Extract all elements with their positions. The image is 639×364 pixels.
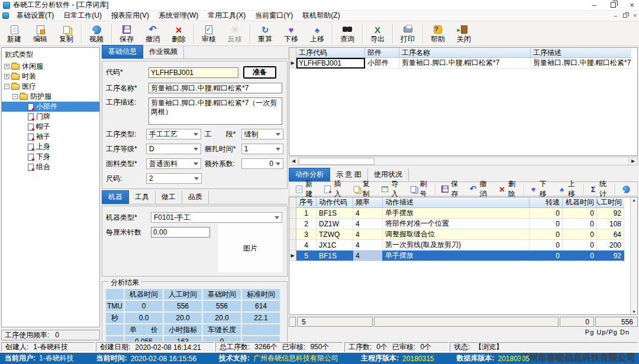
menu-item-system[interactable]: 系统管理(W) xyxy=(154,11,203,21)
labor-time-header[interactable]: 人工时间 xyxy=(597,197,624,208)
action-row-selected[interactable]: ▶ 5 BF1S 4 单手摆放 0 0 92 xyxy=(289,251,637,261)
cell-part[interactable]: 小部件 xyxy=(365,58,399,69)
action-copy-button[interactable]: 复制 xyxy=(348,183,377,196)
action-row[interactable]: 4 JX1C 4 第一次剪线(取及放剪刀) 0 0 200 xyxy=(289,240,637,251)
process-desc-textarea[interactable]: 剪量袖口.脚口.中腰.帽口松紧*7（一次剪两根） xyxy=(149,98,282,125)
scrollbar-thumb[interactable] xyxy=(299,158,375,165)
action-code-header[interactable]: 动作代码 xyxy=(317,197,353,208)
scroll-up-icon[interactable]: ▲ xyxy=(632,198,636,202)
action-row[interactable]: 3 TZWQ 4 调整握取缝合位 0 0 64 xyxy=(289,229,637,240)
close-window-button[interactable]: 关闭 xyxy=(451,22,477,46)
seq-header[interactable]: 序号 xyxy=(296,197,317,208)
close-button[interactable]: × xyxy=(628,1,636,9)
action-undo-button[interactable]: ↶撤消 xyxy=(465,183,493,196)
scroll-down-icon[interactable]: ▼ xyxy=(632,310,636,314)
machine-time-header[interactable]: 机器时间 xyxy=(563,197,597,208)
tree-item-combination[interactable]: 组合 xyxy=(2,162,99,172)
cell-process-code[interactable]: YLFHFBJ001 xyxy=(296,58,365,69)
action-renumber-button[interactable]: 刷号 xyxy=(405,183,434,196)
tree-item-hat[interactable]: 帽子 xyxy=(2,122,99,132)
scroll-right-icon[interactable]: ▶ xyxy=(628,157,637,165)
undo-button[interactable]: ↶撤消 xyxy=(140,22,166,46)
speed-header[interactable]: 转速 xyxy=(530,197,563,208)
print-button[interactable]: 打印 xyxy=(395,22,421,46)
cell-process-name[interactable]: 剪量袖口.脚口.中腰.帽口松紧*7 xyxy=(399,58,531,69)
action-new-button[interactable]: 新建 xyxy=(291,183,320,196)
frequency-header[interactable]: 频率 xyxy=(353,197,383,208)
tree-item-sleeve[interactable]: 袖子 xyxy=(2,132,99,142)
action-move-down-button[interactable]: ♥下移 xyxy=(525,183,554,196)
size-select[interactable]: 2 xyxy=(146,173,202,184)
help-button[interactable]: ?帮助 xyxy=(425,22,451,46)
tab-quality[interactable]: 品质 xyxy=(182,191,209,204)
menu-item-reports[interactable]: 报表应用(V) xyxy=(106,11,154,21)
action-delete-button[interactable]: ×删除 xyxy=(494,183,522,196)
vertical-scrollbar[interactable]: ▲▼ xyxy=(630,197,637,314)
tree-item-upper-body[interactable]: 上身 xyxy=(2,142,99,152)
process-name-header[interactable]: 工序名称 xyxy=(399,48,531,58)
stage-select[interactable]: 缝制 xyxy=(241,129,283,139)
part-header[interactable]: 部件 xyxy=(365,48,399,58)
export-button[interactable]: X导出 xyxy=(364,22,390,46)
action-desc-header[interactable]: 动作描述 xyxy=(383,197,530,208)
scroll-left-icon[interactable]: ◀ xyxy=(289,157,298,165)
move-up-button[interactable]: ♠上移 xyxy=(304,22,330,46)
recalculate-button[interactable]: ↻重算 xyxy=(252,22,278,46)
process-desc-header[interactable]: 工序描述 xyxy=(531,48,631,58)
bundle-time-select[interactable]: 1 xyxy=(241,144,283,154)
process-type-select[interactable]: 手工工艺 xyxy=(146,129,201,139)
tab-basic-info[interactable]: 基础信息 xyxy=(102,45,143,58)
copy-button[interactable]: 复制 xyxy=(53,22,79,46)
query-button[interactable]: 查询 xyxy=(334,22,360,46)
menu-item-current-window[interactable]: 当前窗口(Y) xyxy=(250,11,298,21)
action-save-button[interactable]: 保存 xyxy=(437,183,465,196)
expand-icon[interactable]: + xyxy=(4,74,9,79)
delete-button[interactable]: ×删除 xyxy=(166,22,192,46)
edit-button[interactable]: 编辑 xyxy=(27,22,53,46)
tree-item-door-plate[interactable]: 门牌 xyxy=(2,112,99,122)
restore-button[interactable] xyxy=(609,1,617,9)
action-row[interactable]: 2 DZ1W 4 将部件对准一个位置 0 0 108 xyxy=(289,219,637,229)
move-down-button[interactable]: ♥下移 xyxy=(278,22,304,46)
mdi-restore-button[interactable] xyxy=(623,14,627,18)
mdi-minimize-button[interactable]: – xyxy=(614,12,618,19)
expand-icon[interactable]: + xyxy=(4,64,9,69)
tree-item-protective[interactable]: -防护服 xyxy=(2,92,99,102)
menu-item-daily-work[interactable]: 日常工作(U) xyxy=(59,11,106,21)
action-play-button[interactable] xyxy=(617,183,635,196)
cell-process-desc[interactable]: 剪量袖口.脚口.中腰.帽口松紧*7（一次剪两根） xyxy=(531,58,631,69)
save-button[interactable]: 保存 xyxy=(114,22,140,46)
tree-item-small-parts[interactable]: 小部件 xyxy=(2,102,99,112)
process-name-input[interactable]: 剪量袖口.脚口.中腰.帽口松紧*7 xyxy=(149,83,282,93)
horizontal-scrollbar[interactable]: ◀ ▶ xyxy=(289,157,638,165)
action-insert-button[interactable]: 插入 xyxy=(320,183,348,196)
tree-item-lower-body[interactable]: 下身 xyxy=(2,152,99,162)
tab-usage-status[interactable]: 使用状况 xyxy=(368,168,409,181)
audit-button[interactable]: ✓审核 xyxy=(196,22,222,46)
video-button[interactable]: 视频 xyxy=(83,22,109,46)
grade-select[interactable]: D xyxy=(146,144,201,154)
tab-operation-video[interactable]: 作业视频 xyxy=(143,46,184,58)
stitches-per-cm-input[interactable]: 0.00 xyxy=(151,227,210,238)
mdi-close-button[interactable]: × xyxy=(633,12,637,19)
machine-type-select[interactable]: F0101-手工 xyxy=(151,212,282,223)
process-table-row[interactable]: ▶ YLFHFBJ001 小部件 剪量袖口.脚口.中腰.帽口松紧*7 剪量袖口.… xyxy=(289,58,637,69)
tree-item-casual[interactable]: +休闲服 xyxy=(2,61,99,72)
menu-item-help[interactable]: 联机帮助(Z) xyxy=(298,11,344,21)
tab-workmanship[interactable]: 做工 xyxy=(156,191,182,204)
fabric-type-select[interactable]: 普通面料 xyxy=(146,158,201,169)
tab-machine[interactable]: 机器 xyxy=(102,190,129,204)
prepare-button[interactable]: 准备 xyxy=(243,66,276,79)
menu-item-tools[interactable]: 常用工具(X) xyxy=(203,11,250,21)
action-import-button[interactable]: 导入 xyxy=(377,183,405,196)
menu-item-base-settings[interactable]: 基础设置(T) xyxy=(12,11,59,21)
new-button[interactable]: 新建 xyxy=(1,22,27,46)
action-row[interactable]: 1 BF1S 4 单手摆放 0 0 92 xyxy=(289,208,637,219)
extra-factor-select[interactable]: 0 xyxy=(241,158,283,169)
minimize-button[interactable]: – xyxy=(590,1,598,9)
code-input[interactable]: YLFHFBJ001 xyxy=(149,67,238,78)
action-move-up-button[interactable]: ♠上移 xyxy=(554,183,582,196)
collapse-icon[interactable]: - xyxy=(12,94,18,99)
tree-item-fashion[interactable]: +时装 xyxy=(2,72,99,82)
process-code-header[interactable]: 工序代码 xyxy=(296,48,365,58)
